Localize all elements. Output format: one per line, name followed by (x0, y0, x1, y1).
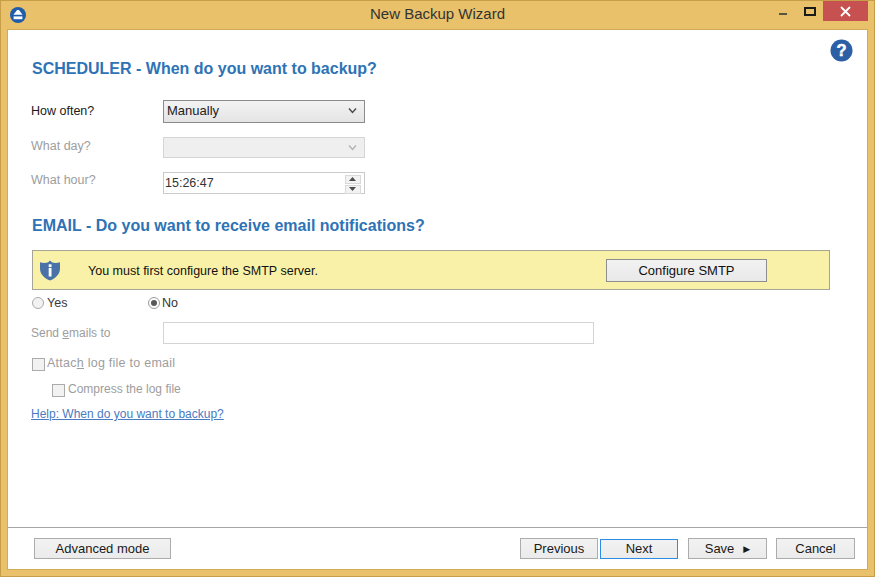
svg-text:?: ? (836, 41, 846, 59)
